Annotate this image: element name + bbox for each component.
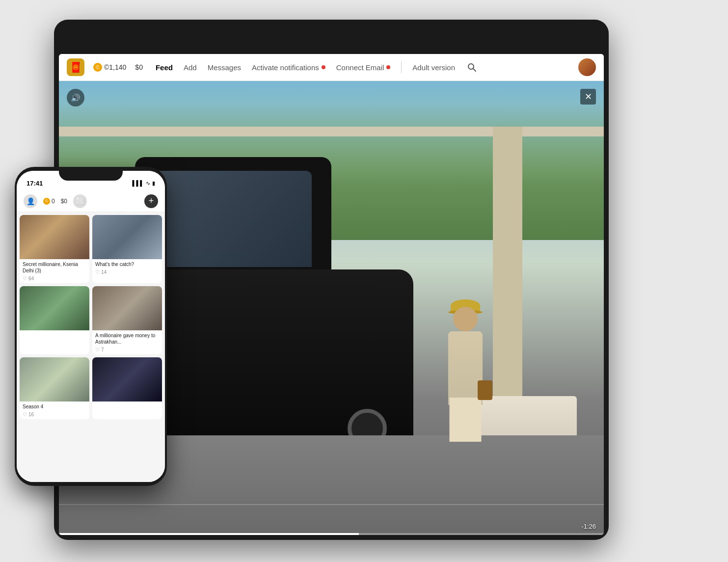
phone-add-button[interactable]: + [144,194,158,208]
phone-coin-icon: © [43,198,50,205]
likes-count-4: 16 [28,412,34,417]
feed-item-3[interactable]: A millionaire gave money to Astrakhan...… [92,286,162,354]
coins-value: ©1,140 [104,63,126,71]
phone-profile-icon[interactable]: 👤 [24,194,37,208]
feed-thumb-2 [20,286,89,330]
feed-thumb-5 [92,357,162,401]
feed-item-5[interactable] [92,357,162,419]
likes-count-1: 14 [101,269,107,275]
feed-thumb-1 [92,215,162,259]
feed-caption-1: What's the catch? [92,259,162,268]
phone-notch [59,167,123,181]
feed-caption-3: A millionaire gave money to Astrakhan... [92,330,162,346]
logo-emoji: 🧧 [70,61,82,73]
battery-icon: ▮ [152,180,155,187]
feed-likes-0: ♡ 64 [20,275,89,283]
nav-divider [401,61,402,73]
header-coins: © ©1,140 [93,63,126,72]
status-icons: ▌▌▌ ∿ ▮ [133,180,155,187]
feed-item-4[interactable]: Season 4 ♡ 16 [20,357,89,419]
svg-line-1 [473,69,476,72]
heart-icon-3: ♡ [95,347,100,352]
phone-screen: 17:41 ▌▌▌ ∿ ▮ 👤 © 0 $0 ⬜ + [17,171,165,482]
phone-header: 👤 © 0 $0 ⬜ + [17,190,165,212]
man-bag [478,380,492,400]
feed-thumb-4 [20,357,89,401]
coin-icon: © [93,63,102,72]
sound-icon: 🔊 [71,93,81,103]
video-close-button[interactable]: ✕ [580,89,596,105]
road-line [59,504,604,505]
feed-grid: Secret millionaire, Ksenia Delhi (3) ♡ 6… [20,215,162,419]
signal-icon: ▌▌▌ [133,180,144,186]
heart-icon-1: ♡ [95,269,100,275]
feed-item-2[interactable] [20,286,89,354]
heart-icon-4: ♡ [23,412,27,417]
phone-device: 17:41 ▌▌▌ ∿ ▮ 👤 © 0 $0 ⬜ + [15,167,167,486]
feed-caption-4: Season 4 [20,401,89,411]
nav-connect-email[interactable]: Connect Email [336,63,391,72]
feed-caption-0: Secret millionaire, Ksenia Delhi (3) [20,259,89,275]
video-progress-fill [59,533,359,535]
tablet-header: 🧧 © ©1,140 $0 Feed Add Messages Activate… [59,54,604,81]
email-red-dot [386,65,390,69]
man-legs [450,398,482,442]
phone-dollars-value: $0 [61,198,67,205]
feed-likes-4: ♡ 16 [20,411,89,419]
nav-activate-notifications[interactable]: Activate notifications [252,63,325,72]
feed-likes-1: ♡ 14 [92,268,162,277]
scene-overpass-support [493,127,522,399]
nav-add[interactable]: Add [184,63,197,72]
phone-feed-content: Secret millionaire, Ksenia Delhi (3) ♡ 6… [17,212,165,482]
search-button[interactable] [464,59,480,75]
scene-man [436,307,495,444]
feed-item-1[interactable]: What's the catch? ♡ 14 [92,215,162,283]
phone-feed: Secret millionaire, Ksenia Delhi (3) ♡ 6… [17,212,165,482]
connect-email-label: Connect Email [336,63,384,72]
phone-coins-value: 0 [52,198,55,205]
notifications-red-dot [322,65,325,69]
close-icon: ✕ [585,91,592,102]
feed-likes-3: ♡ 7 [92,346,162,354]
status-time: 17:41 [27,180,43,187]
phone-bookmark-icon[interactable]: ⬜ [73,194,87,208]
nav-adult-version[interactable]: Adult version [412,63,455,72]
phone-coins: © 0 [43,198,55,205]
activate-notifications-label: Activate notifications [252,63,319,72]
wifi-icon: ∿ [146,180,150,187]
nav-feed[interactable]: Feed [156,63,173,72]
video-sound-button[interactable]: 🔊 [67,89,84,107]
app-logo: 🧧 [67,58,84,76]
likes-count-0: 64 [28,276,34,281]
feed-thumb-0 [20,215,89,259]
video-progress-bar[interactable] [59,533,604,535]
header-nav: Feed Add Messages Activate notifications… [156,61,455,73]
feed-thumb-3 [92,286,162,330]
heart-icon-0: ♡ [23,276,27,281]
nav-messages[interactable]: Messages [208,63,241,72]
user-avatar[interactable] [578,58,596,76]
feed-item-0[interactable]: Secret millionaire, Ksenia Delhi (3) ♡ 6… [20,215,89,283]
man-head [453,307,478,331]
video-time-remaining: -1:26 [581,523,596,530]
car-window [155,171,312,267]
header-dollars: $0 [135,63,143,71]
scene-overpass [59,127,604,136]
likes-count-3: 7 [101,347,104,352]
phone-dollars: $0 [61,198,67,205]
